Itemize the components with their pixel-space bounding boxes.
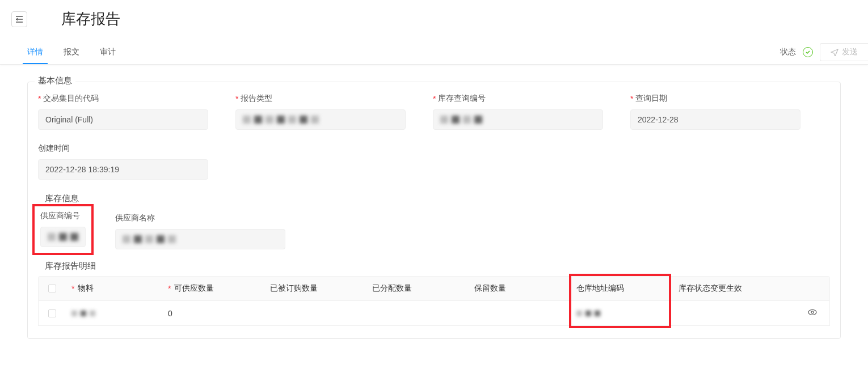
supplier-no-highlight: 供应商编号 [32, 204, 94, 255]
required-marker: * [38, 94, 41, 103]
required-marker: * [630, 94, 633, 103]
svg-point-1 [811, 311, 814, 313]
th-status-change: 库存状态变更生效 [679, 283, 742, 294]
eye-icon [807, 307, 818, 317]
txn-code-value: Original (Full) [38, 109, 208, 130]
required-marker: * [433, 94, 436, 103]
status-success-icon [803, 47, 813, 57]
inventory-detail-title: 库存报告明细 [45, 261, 830, 271]
th-warehouse-addr: 仓库地址编码 [576, 283, 624, 294]
basic-info-legend: 基本信息 [35, 75, 75, 86]
basic-info-section: 基本信息 *交易集目的代码 Original (Full) *报告类型 *库存查… [27, 82, 841, 339]
tab-message[interactable]: 报文 [53, 40, 90, 64]
table-header-row: *物料 *可供应数量 已被订购数量 已分配数量 保留数量 仓库地址编码 库存状态… [38, 276, 830, 301]
page-title: 库存报告 [61, 9, 120, 29]
th-distributed-qty: 已分配数量 [372, 283, 412, 294]
inquiry-no-value [433, 109, 603, 130]
view-row-button[interactable] [807, 307, 818, 319]
inquiry-date-value: 2022-12-28 [630, 109, 800, 130]
required-marker: * [168, 284, 171, 293]
created-label: 创建时间 [38, 143, 70, 154]
td-material [66, 311, 162, 316]
td-warehouse-addr [571, 311, 673, 316]
th-ordered-qty: 已被订购数量 [270, 283, 318, 294]
supplier-name-label: 供应商名称 [115, 213, 155, 223]
txn-code-label: 交易集目的代码 [43, 94, 99, 104]
supplier-no-value [40, 227, 86, 247]
inventory-info-title: 库存信息 [45, 193, 830, 204]
select-all-checkbox[interactable] [48, 285, 56, 292]
inquiry-no-label: 库存查询编号 [438, 94, 486, 104]
status-label: 状态 [780, 47, 796, 57]
th-material: 物料 [78, 283, 94, 294]
row-checkbox[interactable] [48, 309, 56, 317]
supplier-no-label: 供应商编号 [40, 211, 80, 221]
send-icon [831, 48, 838, 56]
sidebar-toggle-button[interactable] [11, 11, 27, 27]
inventory-detail-table: *物料 *可供应数量 已被订购数量 已分配数量 保留数量 仓库地址编码 库存状态… [38, 276, 830, 326]
required-marker: * [71, 284, 74, 293]
report-type-value [235, 109, 406, 130]
supplier-name-value [115, 229, 285, 249]
inquiry-date-label: 查询日期 [635, 94, 667, 104]
tab-detail[interactable]: 详情 [17, 40, 53, 64]
td-available-qty: 0 [162, 309, 264, 318]
report-type-label: 报告类型 [241, 94, 272, 104]
th-available-qty: 可供应数量 [174, 283, 214, 294]
menu-collapse-icon [15, 15, 24, 24]
created-value: 2022-12-28 18:39:19 [38, 159, 208, 180]
table-row: 0 [38, 301, 830, 326]
required-marker: * [235, 94, 238, 103]
th-reserved-qty: 保留数量 [474, 283, 506, 294]
send-button[interactable]: 发送 [820, 43, 868, 61]
tab-audit[interactable]: 审计 [90, 40, 126, 64]
svg-point-0 [808, 310, 816, 315]
send-button-label: 发送 [842, 47, 858, 57]
